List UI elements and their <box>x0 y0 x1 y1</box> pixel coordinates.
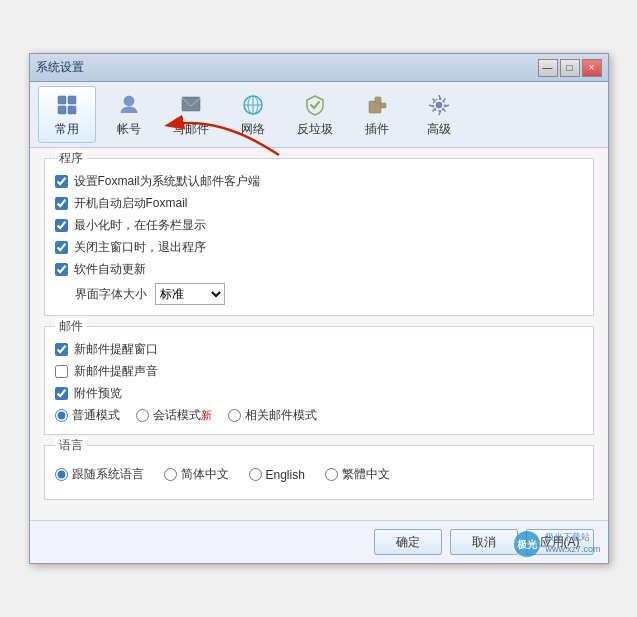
language-row: 跟随系统语言 简体中文 English 繁體中文 <box>55 460 583 489</box>
toolbar-item-network[interactable]: 网络 <box>224 86 282 143</box>
close-button[interactable]: × <box>582 59 602 77</box>
language-section-title: 语言 <box>55 437 87 454</box>
label-mode-normal[interactable]: 普通模式 <box>72 407 120 424</box>
checkbox-minimize[interactable] <box>55 219 68 232</box>
radio-lang-system[interactable] <box>55 468 68 481</box>
label-lang-english[interactable]: English <box>266 468 305 482</box>
mail-section-title: 邮件 <box>55 318 87 335</box>
watermark-logo-icon: 极光 <box>513 530 541 558</box>
label-notify-sound[interactable]: 新邮件提醒声音 <box>74 363 158 380</box>
mail-section: 邮件 新邮件提醒窗口 新邮件提醒声音 附件预览 <box>44 326 594 435</box>
toolbar-item-antispam[interactable]: 反垃圾 <box>286 86 344 143</box>
svg-point-4 <box>124 96 134 106</box>
toolbar-item-plugin[interactable]: 插件 <box>348 86 406 143</box>
checkbox-notify-sound[interactable] <box>55 365 68 378</box>
svg-rect-12 <box>381 103 386 108</box>
toolbar-item-account[interactable]: 帐号 <box>100 86 158 143</box>
label-lang-traditional[interactable]: 繁體中文 <box>342 466 390 483</box>
label-autoupdate[interactable]: 软件自动更新 <box>74 261 146 278</box>
label-minimize[interactable]: 最小化时，在任务栏显示 <box>74 217 206 234</box>
radio-lang-traditional[interactable] <box>325 468 338 481</box>
font-size-row: 界面字体大小 较小 小 标准 大 较大 <box>75 283 583 305</box>
mode-option-normal: 普通模式 <box>55 407 120 424</box>
label-mode-related[interactable]: 相关邮件模式 <box>245 407 317 424</box>
program-section-title: 程序 <box>55 150 87 167</box>
title-bar: 系统设置 — □ × <box>30 54 608 82</box>
checkbox-row-notify-sound: 新邮件提醒声音 <box>55 363 583 380</box>
toolbar-label-network: 网络 <box>241 121 265 138</box>
checkbox-autostart[interactable] <box>55 197 68 210</box>
font-size-select[interactable]: 较小 小 标准 大 较大 <box>155 283 225 305</box>
svg-rect-3 <box>68 106 76 114</box>
lang-option-system: 跟随系统语言 <box>55 466 144 483</box>
watermark: 极光 极光下载站 www.xz7.com <box>513 530 600 558</box>
mail-section-content: 新邮件提醒窗口 新邮件提醒声音 附件预览 普通模式 <box>45 327 593 434</box>
radio-lang-english[interactable] <box>249 468 262 481</box>
label-default[interactable]: 设置Foxmail为系统默认邮件客户端 <box>74 173 260 190</box>
radio-mode-normal[interactable] <box>55 409 68 422</box>
language-section: 语言 跟随系统语言 简体中文 English <box>44 445 594 500</box>
confirm-button[interactable]: 确定 <box>374 529 442 555</box>
label-lang-system[interactable]: 跟随系统语言 <box>72 466 144 483</box>
compose-icon <box>177 91 205 119</box>
toolbar-item-compose[interactable]: 写邮件 <box>162 86 220 143</box>
lang-option-simplified: 简体中文 <box>164 466 229 483</box>
minimize-button[interactable]: — <box>538 59 558 77</box>
checkbox-notify-window[interactable] <box>55 343 68 356</box>
radio-mode-conversation[interactable] <box>136 409 149 422</box>
checkbox-row-close: 关闭主窗口时，退出程序 <box>55 239 583 256</box>
lang-option-traditional: 繁體中文 <box>325 466 390 483</box>
advanced-icon <box>425 91 453 119</box>
program-section-content: 设置Foxmail为系统默认邮件客户端 开机自动启动Foxmail 最小化时，在… <box>45 159 593 315</box>
checkbox-autoupdate[interactable] <box>55 263 68 276</box>
cancel-button[interactable]: 取消 <box>450 529 518 555</box>
toolbar-item-general[interactable]: 常用 <box>38 86 96 143</box>
label-notify-window[interactable]: 新邮件提醒窗口 <box>74 341 158 358</box>
watermark-text: 极光下载站 www.xz7.com <box>545 532 600 555</box>
label-attachment[interactable]: 附件预览 <box>74 385 122 402</box>
program-section: 程序 设置Foxmail为系统默认邮件客户端 开机自动启动Foxmail 最小化… <box>44 158 594 316</box>
svg-point-13 <box>436 102 442 108</box>
toolbar-label-compose: 写邮件 <box>173 121 209 138</box>
toolbar-item-advanced[interactable]: 高级 <box>410 86 468 143</box>
radio-mode-related[interactable] <box>228 409 241 422</box>
window-controls: — □ × <box>538 59 602 77</box>
settings-window: 系统设置 — □ × 常用 <box>29 53 609 564</box>
font-size-label: 界面字体大小 <box>75 286 147 303</box>
checkbox-row-autoupdate: 软件自动更新 <box>55 261 583 278</box>
toolbar-label-general: 常用 <box>55 121 79 138</box>
toolbar-label-plugin: 插件 <box>365 121 389 138</box>
maximize-button[interactable]: □ <box>560 59 580 77</box>
label-mode-conversation[interactable]: 会话模式新 <box>153 407 212 424</box>
label-autostart[interactable]: 开机自动启动Foxmail <box>74 195 188 212</box>
radio-lang-simplified[interactable] <box>164 468 177 481</box>
general-icon <box>53 91 81 119</box>
mode-option-related: 相关邮件模式 <box>228 407 317 424</box>
mode-option-conversation: 会话模式新 <box>136 407 212 424</box>
checkbox-close[interactable] <box>55 241 68 254</box>
toolbar-label-advanced: 高级 <box>427 121 451 138</box>
language-section-content: 跟随系统语言 简体中文 English 繁體中文 <box>45 446 593 499</box>
svg-rect-0 <box>58 96 66 104</box>
label-lang-simplified[interactable]: 简体中文 <box>181 466 229 483</box>
svg-rect-11 <box>375 97 381 103</box>
window-title: 系统设置 <box>36 59 84 76</box>
svg-rect-2 <box>58 106 66 114</box>
svg-rect-5 <box>182 97 200 111</box>
antispam-icon <box>301 91 329 119</box>
lang-option-english: English <box>249 468 305 482</box>
footer: 确定 取消 应用(A) 极光 极光下载站 www.xz7.com <box>30 520 608 563</box>
checkbox-row-default: 设置Foxmail为系统默认邮件客户端 <box>55 173 583 190</box>
label-close[interactable]: 关闭主窗口时，退出程序 <box>74 239 206 256</box>
checkbox-row-notify-window: 新邮件提醒窗口 <box>55 341 583 358</box>
network-icon <box>239 91 267 119</box>
checkbox-row-attachment: 附件预览 <box>55 385 583 402</box>
checkbox-default[interactable] <box>55 175 68 188</box>
plugin-icon <box>363 91 391 119</box>
checkbox-row-autostart: 开机自动启动Foxmail <box>55 195 583 212</box>
settings-content: 程序 设置Foxmail为系统默认邮件客户端 开机自动启动Foxmail 最小化… <box>30 148 608 520</box>
checkbox-attachment[interactable] <box>55 387 68 400</box>
toolbar-label-antispam: 反垃圾 <box>297 121 333 138</box>
svg-text:极光: 极光 <box>516 539 538 550</box>
new-badge: 新 <box>201 409 212 421</box>
